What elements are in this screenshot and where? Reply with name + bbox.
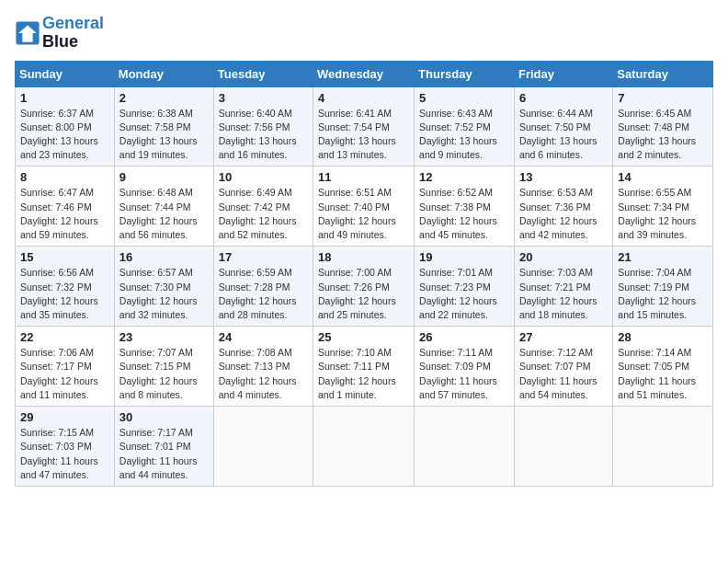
calendar-cell — [514, 407, 612, 487]
day-number: 21 — [618, 250, 708, 264]
day-number: 17 — [219, 250, 308, 264]
day-detail: Sunrise: 6:49 AMSunset: 7:42 PMDaylight:… — [219, 186, 308, 242]
logo-text-blue: Blue — [42, 33, 104, 52]
day-number: 3 — [219, 91, 308, 105]
calendar-cell: 21 Sunrise: 7:04 AMSunset: 7:19 PMDaylig… — [613, 247, 713, 327]
day-detail: Sunrise: 6:41 AMSunset: 7:54 PMDaylight:… — [318, 107, 409, 163]
calendar-cell: 12 Sunrise: 6:52 AMSunset: 7:38 PMDaylig… — [415, 167, 515, 247]
calendar-cell: 27 Sunrise: 7:12 AMSunset: 7:07 PMDaylig… — [514, 327, 612, 407]
day-of-week-header: Saturday — [613, 61, 713, 86]
day-detail: Sunrise: 6:43 AMSunset: 7:52 PMDaylight:… — [419, 107, 509, 163]
day-of-week-header: Monday — [114, 61, 213, 86]
day-number: 29 — [20, 410, 109, 424]
day-detail: Sunrise: 6:51 AMSunset: 7:40 PMDaylight:… — [318, 186, 409, 242]
calendar-cell: 8 Sunrise: 6:47 AMSunset: 7:46 PMDayligh… — [16, 167, 115, 247]
day-number: 16 — [119, 250, 209, 264]
day-detail: Sunrise: 7:08 AMSunset: 7:13 PMDaylight:… — [219, 346, 308, 402]
calendar-cell: 10 Sunrise: 6:49 AMSunset: 7:42 PMDaylig… — [213, 167, 313, 247]
day-number: 27 — [519, 330, 608, 344]
day-detail: Sunrise: 7:03 AMSunset: 7:21 PMDaylight:… — [519, 266, 608, 322]
day-detail: Sunrise: 6:56 AMSunset: 7:32 PMDaylight:… — [20, 266, 109, 322]
day-of-week-header: Wednesday — [313, 61, 415, 86]
calendar-cell: 4 Sunrise: 6:41 AMSunset: 7:54 PMDayligh… — [313, 86, 415, 167]
day-number: 25 — [318, 330, 409, 344]
day-detail: Sunrise: 7:07 AMSunset: 7:15 PMDaylight:… — [119, 346, 209, 402]
calendar-cell — [313, 407, 415, 487]
day-detail: Sunrise: 7:14 AMSunset: 7:05 PMDaylight:… — [618, 346, 708, 402]
day-number: 4 — [318, 91, 409, 105]
calendar-cell: 29 Sunrise: 7:15 AMSunset: 7:03 PMDaylig… — [16, 407, 115, 487]
day-detail: Sunrise: 7:00 AMSunset: 7:26 PMDaylight:… — [318, 266, 409, 322]
day-number: 2 — [119, 91, 209, 105]
day-detail: Sunrise: 6:40 AMSunset: 7:56 PMDaylight:… — [219, 107, 308, 163]
day-number: 30 — [119, 410, 209, 424]
day-detail: Sunrise: 7:15 AMSunset: 7:03 PMDaylight:… — [20, 426, 109, 482]
day-number: 24 — [219, 330, 308, 344]
logo-text-general: General — [42, 15, 104, 33]
day-detail: Sunrise: 6:57 AMSunset: 7:30 PMDaylight:… — [119, 266, 209, 322]
calendar-cell — [415, 407, 515, 487]
day-detail: Sunrise: 7:10 AMSunset: 7:11 PMDaylight:… — [318, 346, 409, 402]
day-number: 12 — [419, 170, 509, 184]
day-detail: Sunrise: 6:45 AMSunset: 7:48 PMDaylight:… — [618, 107, 708, 163]
calendar-cell — [213, 407, 313, 487]
header: General Blue — [15, 15, 713, 52]
day-number: 8 — [20, 170, 109, 184]
calendar-cell: 23 Sunrise: 7:07 AMSunset: 7:15 PMDaylig… — [114, 327, 213, 407]
day-number: 14 — [618, 170, 708, 184]
calendar-cell: 18 Sunrise: 7:00 AMSunset: 7:26 PMDaylig… — [313, 247, 415, 327]
day-number: 20 — [519, 250, 608, 264]
calendar-cell: 26 Sunrise: 7:11 AMSunset: 7:09 PMDaylig… — [415, 327, 515, 407]
day-number: 19 — [419, 250, 509, 264]
day-number: 13 — [519, 170, 608, 184]
day-of-week-header: Sunday — [16, 61, 115, 86]
day-number: 6 — [519, 91, 608, 105]
calendar-cell: 7 Sunrise: 6:45 AMSunset: 7:48 PMDayligh… — [613, 86, 713, 167]
day-detail: Sunrise: 7:04 AMSunset: 7:19 PMDaylight:… — [618, 266, 708, 322]
calendar-cell: 2 Sunrise: 6:38 AMSunset: 7:58 PMDayligh… — [114, 86, 213, 167]
day-detail: Sunrise: 6:52 AMSunset: 7:38 PMDaylight:… — [419, 186, 509, 242]
day-number: 22 — [20, 330, 109, 344]
day-of-week-header: Friday — [514, 61, 612, 86]
day-number: 1 — [20, 91, 109, 105]
calendar-cell: 19 Sunrise: 7:01 AMSunset: 7:23 PMDaylig… — [415, 247, 515, 327]
day-number: 15 — [20, 250, 109, 264]
day-detail: Sunrise: 6:44 AMSunset: 7:50 PMDaylight:… — [519, 107, 608, 163]
day-detail: Sunrise: 7:06 AMSunset: 7:17 PMDaylight:… — [20, 346, 109, 402]
calendar-cell: 20 Sunrise: 7:03 AMSunset: 7:21 PMDaylig… — [514, 247, 612, 327]
day-detail: Sunrise: 6:38 AMSunset: 7:58 PMDaylight:… — [119, 107, 209, 163]
logo-icon — [15, 20, 40, 46]
day-number: 26 — [419, 330, 509, 344]
calendar-cell: 25 Sunrise: 7:10 AMSunset: 7:11 PMDaylig… — [313, 327, 415, 407]
day-detail: Sunrise: 6:48 AMSunset: 7:44 PMDaylight:… — [119, 186, 209, 242]
calendar-cell: 14 Sunrise: 6:55 AMSunset: 7:34 PMDaylig… — [613, 167, 713, 247]
day-number: 9 — [119, 170, 209, 184]
calendar-cell: 24 Sunrise: 7:08 AMSunset: 7:13 PMDaylig… — [213, 327, 313, 407]
calendar-cell: 15 Sunrise: 6:56 AMSunset: 7:32 PMDaylig… — [16, 247, 115, 327]
logo: General Blue — [15, 15, 104, 52]
day-detail: Sunrise: 7:11 AMSunset: 7:09 PMDaylight:… — [419, 346, 509, 402]
calendar-cell: 11 Sunrise: 6:51 AMSunset: 7:40 PMDaylig… — [313, 167, 415, 247]
day-number: 10 — [219, 170, 308, 184]
calendar-cell: 22 Sunrise: 7:06 AMSunset: 7:17 PMDaylig… — [16, 327, 115, 407]
calendar-cell: 3 Sunrise: 6:40 AMSunset: 7:56 PMDayligh… — [213, 86, 313, 167]
calendar-cell — [613, 407, 713, 487]
calendar-cell: 16 Sunrise: 6:57 AMSunset: 7:30 PMDaylig… — [114, 247, 213, 327]
calendar-cell: 6 Sunrise: 6:44 AMSunset: 7:50 PMDayligh… — [514, 86, 612, 167]
day-of-week-header: Tuesday — [213, 61, 313, 86]
day-detail: Sunrise: 6:59 AMSunset: 7:28 PMDaylight:… — [219, 266, 308, 322]
day-number: 5 — [419, 91, 509, 105]
calendar-cell: 17 Sunrise: 6:59 AMSunset: 7:28 PMDaylig… — [213, 247, 313, 327]
day-of-week-header: Thursday — [415, 61, 515, 86]
day-detail: Sunrise: 7:01 AMSunset: 7:23 PMDaylight:… — [419, 266, 509, 322]
day-detail: Sunrise: 6:53 AMSunset: 7:36 PMDaylight:… — [519, 186, 608, 242]
day-number: 11 — [318, 170, 409, 184]
calendar-cell: 5 Sunrise: 6:43 AMSunset: 7:52 PMDayligh… — [415, 86, 515, 167]
day-number: 18 — [318, 250, 409, 264]
calendar-cell: 13 Sunrise: 6:53 AMSunset: 7:36 PMDaylig… — [514, 167, 612, 247]
day-number: 7 — [618, 91, 708, 105]
calendar-table: SundayMondayTuesdayWednesdayThursdayFrid… — [15, 61, 713, 487]
calendar-cell: 9 Sunrise: 6:48 AMSunset: 7:44 PMDayligh… — [114, 167, 213, 247]
calendar-cell: 1 Sunrise: 6:37 AMSunset: 8:00 PMDayligh… — [16, 86, 115, 167]
day-detail: Sunrise: 7:12 AMSunset: 7:07 PMDaylight:… — [519, 346, 608, 402]
